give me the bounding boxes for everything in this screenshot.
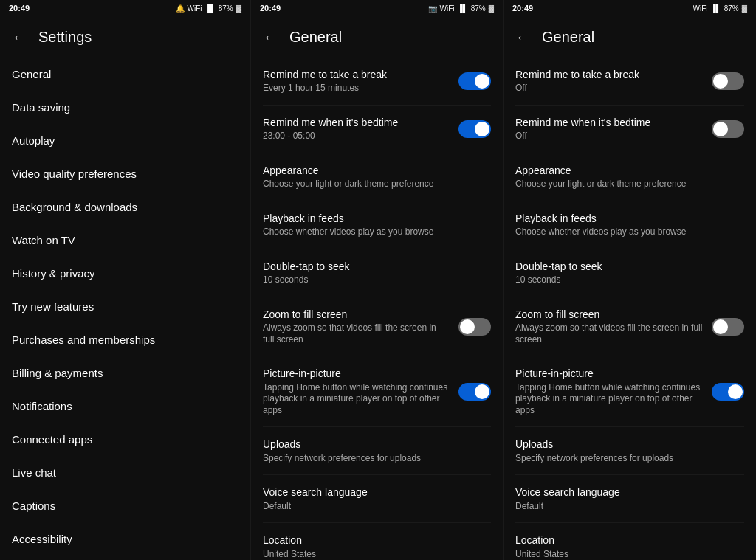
setting-subtitle: Always zoom so that videos fill the scre… [515,322,703,345]
nav-item-autoplay[interactable]: Autoplay [0,124,250,157]
back-button-mid[interactable]: ← [263,29,278,46]
camera-icon-mid: 📷 [428,4,437,13]
setting-subtitle: 23:00 - 05:00 [263,131,450,142]
setting-item[interactable]: Zoom to fill screenAlways zoom so that v… [504,297,756,356]
wifi-right: WiFi [693,4,708,13]
setting-text: Playback in feedsChoose whether videos p… [515,212,744,238]
general-title-mid: General [289,29,342,46]
nav-item-accessibility[interactable]: Accessibility [0,522,250,556]
status-icons-mid: 📷 WiFi ▐▌ 87% ▓ [428,4,494,13]
setting-text: UploadsSpecify network preferences for u… [263,438,491,464]
nav-item-data-saving[interactable]: Data saving [0,91,250,124]
nav-item-captions[interactable]: Captions [0,489,250,522]
toggle-switch[interactable] [712,120,744,138]
settings-top-bar: ← Settings [0,16,250,58]
setting-item[interactable]: LocationUnited States [251,523,503,560]
toggle-switch[interactable] [712,318,744,336]
setting-item[interactable]: Playback in feedsChoose whether videos p… [251,201,503,249]
nav-item-background-&-downloads[interactable]: Background & downloads [0,190,250,224]
wifi-icon: WiFi [188,4,202,13]
time-mid: 20:49 [260,4,281,13]
nav-item-watch-on-tv[interactable]: Watch on TV [0,224,250,257]
nav-item-history-&-privacy[interactable]: History & privacy [0,257,250,290]
setting-subtitle: 10 seconds [263,274,482,286]
setting-subtitle: Off [515,131,703,142]
setting-title: Picture-in-picture [515,367,703,380]
setting-title: Voice search language [515,485,735,499]
nav-item-video-quality-preferences[interactable]: Video quality preferences [0,157,250,190]
setting-subtitle: Choose whether videos play as you browse [515,227,735,238]
setting-text: Picture-in-pictureTapping Home button wh… [263,367,458,416]
setting-subtitle: 10 seconds [515,274,735,286]
toggle-switch[interactable] [712,72,744,90]
nav-item-connected-apps[interactable]: Connected apps [0,423,250,456]
toggle-knob [713,122,728,136]
setting-item[interactable]: Picture-in-pictureTapping Home button wh… [504,356,756,426]
settings-panel: 20:49 🔔 WiFi ▐▌ 87% ▓ ← Settings General… [0,0,251,560]
setting-text: LocationUnited States [263,533,491,560]
setting-subtitle: Always zoom so that videos fill the scre… [263,322,450,345]
signal-mid: ▐▌ [458,4,468,13]
setting-subtitle: Specify network preferences for uploads [263,453,482,465]
nav-item-live-chat[interactable]: Live chat [0,456,250,489]
setting-subtitle: Choose whether videos play as you browse [263,227,482,238]
setting-text: UploadsSpecify network preferences for u… [515,438,744,464]
toggle-knob [713,74,728,89]
back-button-right[interactable]: ← [515,29,530,46]
setting-item[interactable]: Picture-in-pictureTapping Home button wh… [251,356,503,426]
toggle-switch[interactable] [712,383,744,401]
setting-item[interactable]: UploadsSpecify network preferences for u… [504,427,756,474]
status-icons-right: WiFi ▐▌ 87% ▓ [693,4,747,13]
setting-title: Picture-in-picture [263,367,450,380]
settings-list-mid: Remind me to take a breakEvery 1 hour 15… [251,58,503,560]
toggle-switch[interactable] [458,120,491,138]
setting-item[interactable]: Playback in feedsChoose whether videos p… [504,201,756,249]
setting-subtitle: Default [515,501,735,513]
toggle-switch[interactable] [458,72,491,90]
setting-item[interactable]: Zoom to fill screenAlways zoom so that v… [251,297,503,356]
nav-item-try-new-features[interactable]: Try new features [0,290,250,323]
setting-text: Voice search languageDefault [263,485,491,512]
setting-title: Uploads [515,438,735,451]
setting-subtitle: Choose your light or dark theme preferen… [263,179,482,190]
status-icons-left: 🔔 WiFi ▐▌ 87% ▓ [176,4,241,13]
setting-item[interactable]: Remind me to take a breakEvery 1 hour 15… [251,58,503,105]
settings-title: Settings [38,29,92,46]
status-bar-right: 20:49 WiFi ▐▌ 87% ▓ [504,0,756,16]
setting-subtitle: Choose your light or dark theme preferen… [515,179,735,190]
general-top-bar-mid: ← General [251,16,503,58]
toggle-switch[interactable] [458,318,491,336]
general-top-bar-right: ← General [504,16,756,58]
setting-text: Playback in feedsChoose whether videos p… [263,212,491,238]
settings-list-right: Remind me to take a breakOffRemind me wh… [504,58,756,560]
back-button-left[interactable]: ← [12,29,27,46]
setting-item[interactable]: Double-tap to seek10 seconds [251,249,503,297]
setting-subtitle: Tapping Home button while watching conti… [263,382,450,417]
setting-item[interactable]: Remind me to take a breakOff [504,58,756,105]
toggle-knob [460,319,475,334]
nav-item-purchases-and-memberships[interactable]: Purchases and memberships [0,323,250,356]
setting-title: Remind me when it's bedtime [515,116,703,129]
setting-title: Voice search language [263,485,482,499]
setting-item[interactable]: AppearanceChoose your light or dark them… [251,153,503,201]
nav-item-general[interactable]: General [0,58,250,91]
nav-item-notifications[interactable]: Notifications [0,390,250,423]
setting-item[interactable]: Remind me when it's bedtime23:00 - 05:00 [251,106,503,153]
setting-item[interactable]: Voice search languageDefault [504,475,756,522]
setting-item[interactable]: Double-tap to seek10 seconds [504,249,756,297]
battery-icon-right: ▓ [742,4,747,13]
setting-item[interactable]: UploadsSpecify network preferences for u… [251,427,503,474]
setting-subtitle: Off [515,83,703,94]
setting-subtitle: Tapping Home button while watching conti… [515,382,703,417]
time-right: 20:49 [512,4,533,13]
setting-title: Remind me to take a break [263,68,450,81]
toggle-switch[interactable] [458,383,491,401]
setting-item[interactable]: AppearanceChoose your light or dark them… [504,153,756,201]
setting-item[interactable]: Voice search languageDefault [251,475,503,522]
signal-icon: ▐▌ [205,4,216,13]
setting-title: Location [263,533,482,547]
setting-item[interactable]: LocationUnited States [504,523,756,560]
setting-item[interactable]: Remind me when it's bedtimeOff [504,106,756,153]
setting-title: Double-tap to seek [263,260,482,273]
nav-item-billing-&-payments[interactable]: Billing & payments [0,356,250,390]
